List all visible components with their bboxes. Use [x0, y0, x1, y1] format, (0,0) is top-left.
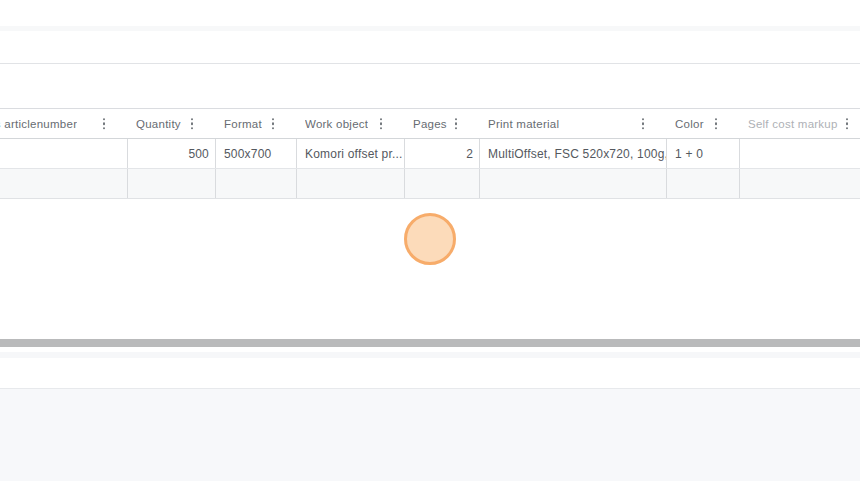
column-header-label: Format	[224, 118, 262, 130]
column-menu-icon[interactable]	[189, 116, 196, 132]
cell-work-object[interactable]: Komori offset pr...	[297, 139, 405, 168]
column-menu-icon[interactable]	[378, 116, 385, 132]
cell-quantity[interactable]	[128, 169, 216, 198]
column-header-quantity[interactable]: Quantity	[128, 109, 216, 138]
lower-band	[0, 352, 860, 358]
cell-self-cost-markup[interactable]	[740, 169, 860, 198]
column-header-color[interactable]: Color	[667, 109, 740, 138]
column-header-work-object[interactable]: Work object	[297, 109, 405, 138]
horizontal-scrollbar[interactable]	[0, 339, 860, 347]
click-indicator	[404, 213, 456, 265]
cell-format[interactable]	[216, 169, 297, 198]
top-toolbar-band	[0, 26, 860, 31]
cell-color[interactable]	[667, 169, 740, 198]
column-header-label: Quantity	[136, 118, 181, 130]
cell-format[interactable]: 500x700	[216, 139, 297, 168]
column-menu-icon[interactable]	[453, 116, 460, 132]
table-row	[0, 169, 860, 199]
column-menu-icon[interactable]	[844, 116, 851, 132]
cell-print-material[interactable]	[480, 169, 667, 198]
cell-color[interactable]: 1 + 0	[667, 139, 740, 168]
column-header-label: Print material	[488, 118, 559, 130]
column-header-label: Pages	[413, 118, 447, 130]
column-menu-icon[interactable]	[713, 116, 720, 132]
column-menu-icon[interactable]	[270, 116, 277, 132]
column-header-pages[interactable]: Pages	[405, 109, 480, 138]
cell-pages[interactable]	[405, 169, 480, 198]
column-header-print-material[interactable]: Print material	[480, 109, 667, 138]
bottom-panel	[0, 388, 860, 481]
column-header-label: Customers articlenumber	[0, 118, 77, 130]
grid-header-row: Customers articlenumber Quantity Format …	[0, 109, 860, 139]
cell-print-material[interactable]: MultiOffset, FSC 520x720, 100g, ...	[480, 139, 667, 168]
cell-self-cost-markup[interactable]	[740, 139, 860, 168]
cell-customers-articlenumber[interactable]	[0, 169, 128, 198]
column-header-label: Work object	[305, 118, 368, 130]
column-header-label: Self cost markup	[748, 118, 838, 130]
column-header-self-cost-markup[interactable]: Self cost markup	[740, 109, 860, 138]
table-row: 500 500x700 Komori offset pr... 2 MultiO…	[0, 139, 860, 169]
cell-pages[interactable]: 2	[405, 139, 480, 168]
section-divider	[0, 63, 860, 64]
estimate-lines-grid: Customers articlenumber Quantity Format …	[0, 108, 860, 199]
column-header-label: Color	[675, 118, 704, 130]
column-menu-icon[interactable]	[101, 116, 108, 132]
column-header-customers-articlenumber[interactable]: Customers articlenumber	[0, 109, 128, 138]
cell-quantity[interactable]: 500	[128, 139, 216, 168]
cell-customers-articlenumber[interactable]	[0, 139, 128, 168]
cell-work-object[interactable]	[297, 169, 405, 198]
column-menu-icon[interactable]	[640, 116, 647, 132]
column-header-format[interactable]: Format	[216, 109, 297, 138]
